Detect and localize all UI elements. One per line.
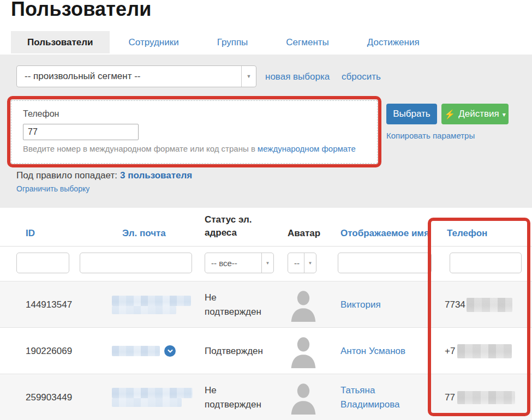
email-status: Не подтвержден bbox=[205, 291, 271, 319]
table-filter-row: -- все-- ▼ -- ▼ bbox=[0, 247, 532, 281]
segment-select[interactable]: -- произвольный сегмент -- ▼ bbox=[16, 65, 256, 87]
chevron-down-icon: ▼ bbox=[304, 253, 316, 273]
phone-prefix: +7 bbox=[445, 346, 455, 357]
reset-link[interactable]: сбросить bbox=[342, 71, 381, 82]
avatar-placeholder-icon bbox=[286, 334, 320, 368]
column-header-avatar: Аватар bbox=[288, 228, 320, 239]
phone-rule-box: Телефон Введите номер в международном фо… bbox=[11, 100, 378, 164]
display-name-link[interactable]: Антон Усманов bbox=[340, 344, 405, 358]
tab-achievements[interactable]: Достижения bbox=[348, 31, 439, 53]
segment-select-value: -- произвольный сегмент -- bbox=[17, 66, 241, 87]
email-status-filter-value: -- все-- bbox=[205, 253, 261, 273]
selection-panel: -- произвольный сегмент -- ▼ новая выбор… bbox=[0, 55, 532, 208]
actions-button[interactable]: ⚡ Действия ▾ bbox=[441, 104, 509, 124]
users-admin-page: Пользователи Пользователи Сотрудники Гру… bbox=[0, 0, 532, 420]
phone-redacted-blur bbox=[467, 298, 512, 312]
new-selection-link[interactable]: новая выборка bbox=[265, 71, 330, 82]
actions-button-label: Действия bbox=[458, 109, 499, 119]
table-header-row: ID Эл. почта Статус эл. адреса Аватар От… bbox=[0, 208, 532, 247]
column-header-phone[interactable]: Телефон bbox=[447, 228, 487, 239]
avatar-filter-value: -- bbox=[288, 253, 304, 273]
lightning-icon: ⚡ bbox=[444, 109, 455, 119]
page-title: Пользователи bbox=[11, 0, 152, 21]
phone-redacted-blur bbox=[457, 391, 515, 404]
match-summary-text: Под правило попадает: bbox=[16, 170, 117, 181]
tab-segments[interactable]: Сегменты bbox=[267, 31, 348, 53]
limit-selection-link[interactable]: Ограничить выборку bbox=[16, 184, 89, 193]
display-name-link[interactable]: Виктория bbox=[340, 298, 381, 312]
phone-rule-label: Телефон bbox=[23, 109, 366, 119]
avatar-placeholder-icon bbox=[286, 288, 320, 322]
table-row: 190226069 Подтвержден Антон Усманов +7 bbox=[0, 327, 532, 374]
match-summary: Под правило попадает:3 пользователя bbox=[16, 170, 192, 181]
phone-redacted-blur bbox=[457, 344, 512, 358]
chevron-down-icon: ▼ bbox=[241, 66, 256, 87]
chevron-down-icon: ▼ bbox=[261, 253, 273, 273]
table-row: 144913547 Не подтвержден Виктория 7734 bbox=[0, 281, 532, 327]
table-row: 259903449 Не подтвержден Татьяна Владими… bbox=[0, 374, 532, 420]
email-status: Не подтвержден bbox=[205, 383, 271, 411]
column-header-email[interactable]: Эл. почта bbox=[122, 228, 166, 239]
user-id: 190226069 bbox=[26, 346, 72, 357]
user-id: 144913547 bbox=[26, 299, 72, 310]
phone-filter-input[interactable] bbox=[450, 253, 522, 273]
id-filter-input[interactable] bbox=[16, 253, 69, 273]
phone-rule-input[interactable] bbox=[23, 124, 139, 140]
email-redacted-blur bbox=[112, 296, 191, 314]
phone-rule-hint: Введите номер в международном формате ил… bbox=[23, 144, 366, 153]
email-redacted-blur bbox=[112, 346, 160, 356]
copy-params-link[interactable]: Копировать параметры bbox=[386, 131, 475, 140]
email-status: Подтвержден bbox=[205, 344, 263, 358]
tab-users[interactable]: Пользователи bbox=[11, 31, 110, 53]
select-button[interactable]: Выбрать bbox=[386, 104, 437, 124]
display-name-filter-input[interactable] bbox=[338, 253, 432, 273]
column-header-id[interactable]: ID bbox=[26, 228, 35, 239]
email-filter-input[interactable] bbox=[80, 253, 192, 273]
column-header-email-status: Статус эл. адреса bbox=[205, 213, 266, 240]
caret-down-icon: ▾ bbox=[503, 111, 506, 118]
email-status-filter-select[interactable]: -- все-- ▼ bbox=[205, 253, 274, 273]
email-redacted-blur bbox=[112, 388, 193, 407]
column-header-display-name[interactable]: Отображаемое имя bbox=[340, 228, 429, 239]
expand-email-chevron-icon[interactable] bbox=[164, 345, 176, 357]
avatar-filter-select[interactable]: -- ▼ bbox=[288, 253, 316, 273]
match-count-link[interactable]: 3 пользователя bbox=[120, 170, 192, 181]
tab-bar: Пользователи Сотрудники Группы Сегменты … bbox=[11, 31, 439, 53]
phone-hint-text: Введите номер в международном формате ил… bbox=[23, 144, 255, 153]
tab-groups[interactable]: Группы bbox=[198, 31, 267, 53]
phone-hint-link[interactable]: международном формате bbox=[258, 144, 356, 153]
phone-prefix: 7734 bbox=[445, 299, 465, 310]
phone-prefix: 77 bbox=[445, 392, 455, 403]
tab-employees[interactable]: Сотрудники bbox=[110, 31, 198, 53]
display-name-link[interactable]: Татьяна Владимирова bbox=[340, 383, 413, 411]
avatar-placeholder-icon bbox=[286, 381, 320, 415]
user-id: 259903449 bbox=[26, 392, 72, 403]
